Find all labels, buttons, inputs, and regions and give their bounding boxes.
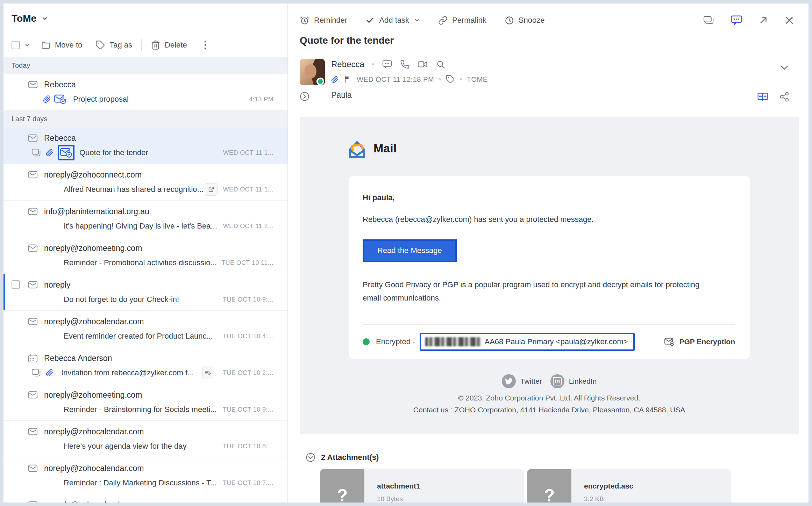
email-date: TUE OCT 10 2:... — [223, 369, 273, 377]
delete-label: Delete — [165, 41, 187, 50]
email-list-item-selected[interactable]: Rebecca Quote for the tender WED OCT 11 … — [3, 127, 287, 164]
email-subject: Reminder - Brainstorming for Socials mee… — [64, 405, 217, 414]
email-sender: noreply@zohocalendar.com — [44, 317, 144, 326]
conversation-icon — [31, 368, 42, 378]
expand-details-icon[interactable] — [300, 92, 309, 101]
phone-icon[interactable] — [400, 60, 409, 69]
conversation-icon — [31, 148, 42, 158]
email-list-item[interactable]: noreply@zohocalendar.com Here's your age… — [3, 421, 287, 457]
pgp-key-box[interactable]: AA68 Paula Primary <paula@zylker.com> — [420, 333, 635, 351]
attachment-tile[interactable]: ? encrypted.asc 3.2 KB — [527, 469, 731, 503]
tag-icon[interactable] — [446, 75, 455, 84]
email-list-item[interactable]: noreply@zohoconnect.com Alfred Neuman ha… — [3, 164, 287, 201]
email-list-item[interactable]: noreply@zohomeeting.com Reminder - Brain… — [3, 384, 287, 421]
chevron-down-icon[interactable] — [24, 42, 30, 48]
reminder-button[interactable]: Reminder — [300, 15, 347, 25]
snooze-button[interactable]: Snooze — [505, 16, 545, 25]
notes-icon[interactable] — [202, 367, 213, 379]
email-list-item[interactable]: noreply@zohocalendar.com Reminder : Dail… — [3, 457, 287, 494]
sender-block: Rebecca — [300, 58, 795, 104]
envelope-icon — [28, 280, 38, 290]
search-icon[interactable] — [436, 60, 446, 69]
close-icon[interactable] — [784, 15, 795, 26]
permalink-button[interactable]: Permalink — [438, 16, 486, 25]
read-message-button[interactable]: Read the Message — [363, 239, 457, 262]
check-icon — [365, 16, 375, 25]
pgp-key-text: AA68 Paula Primary <paula@zylker.com> — [485, 337, 628, 346]
email-list-item[interactable]: info@planinternational.org.au It's happe… — [3, 201, 287, 237]
add-task-button[interactable]: Add task — [365, 16, 420, 25]
copyright-text: © 2023, Zoho Corporation Pvt. Ltd. All R… — [300, 394, 799, 402]
envelope-icon — [28, 133, 38, 143]
email-list-item[interactable]: Rebecca Project proposal 4:13 PM — [3, 74, 287, 110]
twitter-label: Twitter — [520, 377, 542, 385]
video-call-icon[interactable] — [417, 59, 428, 69]
linkedin-glyph: in — [553, 377, 562, 385]
email-sender: noreply@zohocalendar.com — [44, 464, 144, 473]
tag-as-button[interactable]: Tag as — [95, 40, 132, 50]
move-to-button[interactable]: Move to — [41, 40, 82, 50]
email-list-item[interactable]: Rebecca Anderson Invitation from rebecca… — [3, 347, 287, 384]
attachment-filename: attachment1 — [377, 482, 524, 490]
dot-separator — [460, 78, 462, 80]
more-options-icon[interactable] — [204, 40, 207, 50]
email-list-item[interactable]: noreply Do not forget to do your Check-i… — [3, 274, 287, 311]
email-checkbox[interactable] — [12, 280, 20, 289]
section-header-today: Today — [3, 57, 287, 74]
unread-indicator-bar — [3, 274, 5, 310]
attachment-tile[interactable]: ? attachment1 10 Bytes — [320, 469, 524, 503]
card-divider — [363, 324, 735, 325]
sender-name[interactable]: Rebecca — [331, 59, 364, 69]
email-sender: Rebecca — [44, 133, 76, 143]
email-list-item[interactable]: noreply@zohomeeting.com Reminder - Promo… — [3, 237, 287, 274]
conversation-view-icon[interactable] — [703, 15, 715, 26]
email-date: TUE OCT 10 11... — [221, 259, 273, 267]
folder-tag-label[interactable]: TOME — [467, 75, 487, 84]
email-sender: info@planinternational.org.au — [44, 207, 149, 216]
encrypted-label: Encrypted - — [376, 337, 415, 346]
chevron-down-icon — [414, 17, 420, 23]
share-icon[interactable] — [779, 92, 790, 102]
folder-icon — [41, 40, 51, 50]
snooze-label: Snooze — [519, 16, 545, 25]
reading-pane-icon[interactable] — [757, 92, 769, 102]
email-list-item[interactable]: noreply@zohocalendar.com — [3, 494, 287, 503]
presence-dot — [316, 78, 324, 85]
twitter-icon — [502, 374, 516, 388]
email-date: TUE OCT 10 8:... — [223, 443, 273, 450]
email-subject: Alfred Neuman has shared a recognitio... — [64, 185, 204, 194]
comments-icon[interactable] — [730, 15, 743, 26]
open-external-icon[interactable] — [205, 183, 218, 196]
email-date: TUE OCT 10 9:... — [223, 296, 273, 303]
social-links-row: Twitter in LinkedIn — [300, 374, 799, 388]
attachment-icon — [46, 368, 54, 377]
envelope-icon — [28, 80, 38, 89]
message-card: Hi paula, Rebecca (rebecca@zylker.com) h… — [349, 176, 750, 359]
email-list-item[interactable]: noreply@zohocalendar.com Event reminder … — [3, 311, 287, 347]
chevron-down-icon[interactable] — [41, 15, 48, 22]
envelope-icon — [28, 243, 38, 253]
collapse-header-icon[interactable] — [779, 62, 790, 73]
delete-button[interactable]: Delete — [151, 40, 187, 50]
trash-icon — [151, 40, 161, 50]
pop-out-icon[interactable] — [758, 15, 769, 26]
brand-name: Mail — [373, 142, 397, 155]
reminder-label: Reminder — [314, 16, 347, 25]
secure-mail-icon-focused[interactable] — [58, 145, 74, 160]
select-all-checkbox[interactable] — [12, 41, 20, 49]
folder-title[interactable]: ToMe — [12, 13, 36, 24]
envelope-icon — [28, 500, 38, 503]
recipient-name[interactable]: Paula — [331, 91, 352, 100]
email-date: WED OCT 11 1... — [223, 186, 273, 193]
linkedin-link[interactable]: in LinkedIn — [550, 374, 597, 388]
list-toolbar: Move to Tag as Delete — [3, 34, 287, 57]
attachment-icon — [331, 75, 339, 84]
email-subject: Project proposal — [73, 95, 129, 104]
twitter-link[interactable]: Twitter — [502, 374, 542, 388]
chat-icon[interactable] — [382, 59, 392, 69]
permalink-label: Permalink — [452, 16, 486, 25]
email-detail-panel: Reminder Add task Permalink — [289, 3, 809, 503]
email-timestamp: WED OCT 11 12:18 PM — [357, 75, 434, 84]
collapse-attachments-icon[interactable] — [306, 453, 315, 462]
flag-icon[interactable] — [343, 75, 352, 84]
